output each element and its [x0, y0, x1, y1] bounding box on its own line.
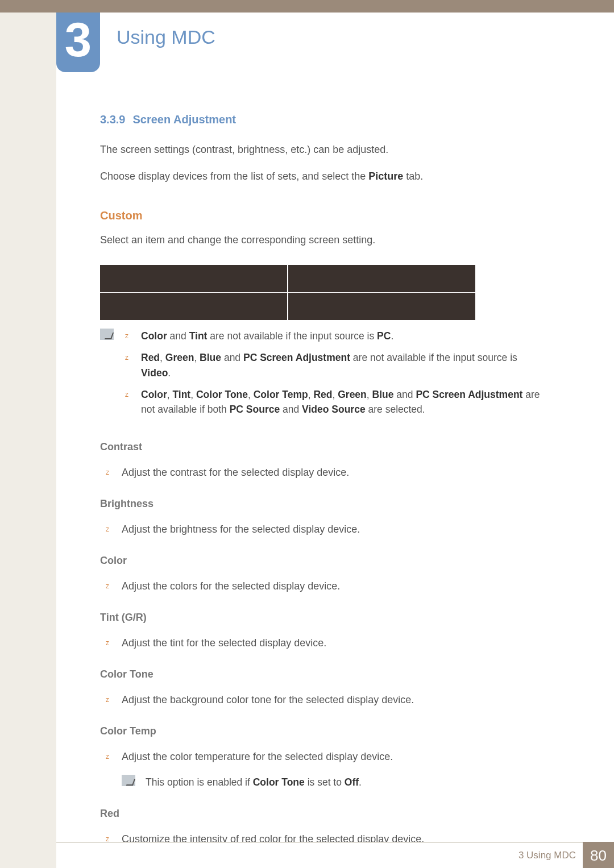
color-text: Adjust the colors for the selected displ… [100, 579, 549, 594]
colortemp-text: Adjust the color temperature for the sel… [100, 749, 549, 765]
chapter-title: Using MDC [117, 23, 215, 52]
note-item-2: Red, Green, Blue and PC Screen Adjustmen… [125, 350, 549, 380]
t: , [160, 352, 165, 363]
t: are selected. [366, 404, 425, 415]
t: This option is enabled if [146, 776, 253, 788]
footer-chapter-label: 3 Using MDC [518, 848, 576, 863]
colortone-head: Color Tone [100, 667, 549, 682]
t: Color Temp [254, 389, 308, 400]
t: Green [165, 352, 194, 363]
placeholder-row [100, 293, 475, 320]
footer-inner: 3 Using MDC 80 [518, 843, 614, 868]
t: PC Screen Adjustment [416, 389, 522, 400]
t: Red [141, 352, 160, 363]
t: Blue [372, 389, 394, 400]
intro-text-1: The screen settings (contrast, brightnes… [100, 142, 549, 157]
colortone-text: Adjust the background color tone for the… [100, 692, 549, 708]
tint-head: Tint (G/R) [100, 610, 549, 625]
note-icon [122, 775, 135, 786]
t: Tint [189, 330, 208, 342]
t: , [194, 352, 200, 363]
t: Color [141, 330, 167, 342]
t: PC Source [230, 404, 280, 415]
contrast-head: Contrast [100, 439, 549, 455]
t: and [221, 352, 243, 363]
t: are not available if the input source is [350, 352, 517, 363]
t: . [359, 776, 362, 788]
chapter-number-badge: 3 [56, 13, 100, 72]
t: Color Tone [196, 389, 248, 400]
t: Tint [172, 389, 190, 400]
t: Color Tone [253, 776, 305, 788]
t: Video Source [302, 404, 366, 415]
brightness-text: Adjust the brightness for the selected d… [100, 522, 549, 537]
red-head: Red [100, 806, 549, 821]
t: is set to [305, 776, 345, 788]
t: PC [377, 330, 391, 342]
note-block: Color and Tint are not available if the … [100, 329, 549, 423]
t: Video [141, 367, 168, 379]
intro-text-2: Choose display devices from the list of … [100, 169, 549, 184]
custom-text: Select an item and change the correspond… [100, 232, 549, 248]
t: PC Screen Adjustment [243, 352, 350, 363]
brightness-head: Brightness [100, 496, 549, 512]
section-title: Screen Adjustment [133, 113, 237, 126]
page-footer: 3 Using MDC 80 [56, 842, 614, 868]
t: Color [141, 389, 167, 400]
colortemp-note: This option is enabled if Color Tone is … [122, 775, 549, 790]
t: , [190, 389, 196, 400]
top-header-bar [0, 0, 614, 13]
note-list: Color and Tint are not available if the … [125, 329, 549, 423]
t: , [367, 389, 372, 400]
t: Off [345, 776, 359, 788]
tint-text: Adjust the tint for the selected display… [100, 636, 549, 651]
intro-text-2c: tab. [403, 171, 423, 182]
t: , [248, 389, 254, 400]
color-head: Color [100, 553, 549, 568]
footer-page-number: 80 [583, 842, 614, 868]
section-heading: 3.3.9 Screen Adjustment [100, 111, 549, 128]
section-number: 3.3.9 [100, 113, 125, 126]
colortemp-head: Color Temp [100, 724, 549, 739]
t: and [167, 330, 189, 342]
t: . [391, 330, 393, 342]
t: , [308, 389, 314, 400]
t: and [393, 389, 416, 400]
page-content: 3.3.9 Screen Adjustment The screen setti… [100, 111, 549, 868]
t: Blue [200, 352, 221, 363]
contrast-text: Adjust the contrast for the selected dis… [100, 465, 549, 480]
intro-text-2a: Choose display devices from the list of … [100, 171, 368, 182]
intro-text-2b-bold: Picture [368, 171, 403, 182]
t: , [332, 389, 338, 400]
t: Green [338, 389, 367, 400]
note-item-1: Color and Tint are not available if the … [125, 329, 549, 343]
custom-heading: Custom [100, 207, 549, 224]
note-icon [100, 329, 114, 340]
t: are not available if the input source is [207, 330, 377, 342]
t: . [168, 367, 171, 379]
screenshot-placeholder [100, 265, 549, 320]
colortemp-note-text: This option is enabled if Color Tone is … [146, 775, 362, 790]
t: , [167, 389, 173, 400]
t: Red [313, 389, 332, 400]
placeholder-row [100, 265, 475, 292]
note-item-3: Color, Tint, Color Tone, Color Temp, Red… [125, 387, 549, 417]
t: and [280, 404, 302, 415]
left-margin-bar [0, 0, 56, 868]
